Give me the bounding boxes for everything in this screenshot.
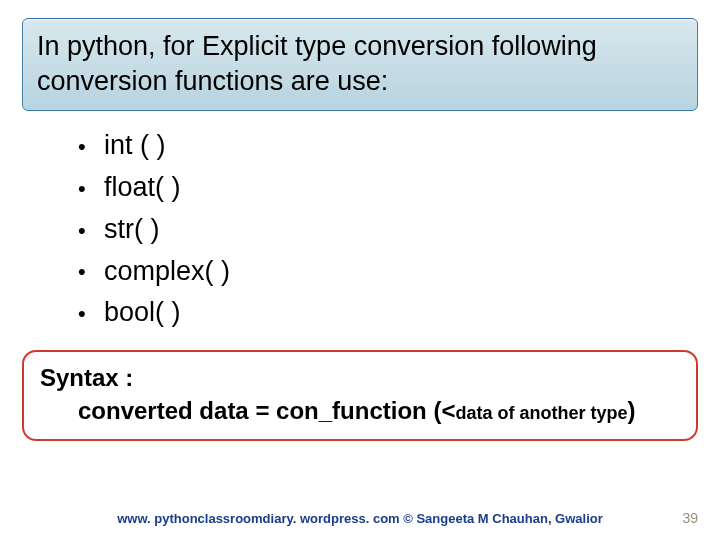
footer-text: www. pythonclassroomdiary. wordpress. co… xyxy=(0,511,720,526)
syntax-prefix: converted data = con_function (< xyxy=(78,397,455,424)
syntax-label: Syntax : xyxy=(40,362,680,394)
syntax-small: data of another type xyxy=(455,403,627,423)
syntax-suffix: ) xyxy=(627,397,635,424)
syntax-box: Syntax : converted data = con_function (… xyxy=(22,350,698,441)
list-item: bool( ) xyxy=(78,292,720,334)
list-item: str( ) xyxy=(78,209,720,251)
page-number: 39 xyxy=(682,510,698,526)
header-text: In python, for Explicit type conversion … xyxy=(37,29,683,98)
header-box: In python, for Explicit type conversion … xyxy=(22,18,698,111)
list-item: int ( ) xyxy=(78,125,720,167)
list-item: complex( ) xyxy=(78,251,720,293)
syntax-line: converted data = con_function (<data of … xyxy=(40,395,680,427)
list-item: float( ) xyxy=(78,167,720,209)
function-list: int ( ) float( ) str( ) complex( ) bool(… xyxy=(78,125,720,334)
